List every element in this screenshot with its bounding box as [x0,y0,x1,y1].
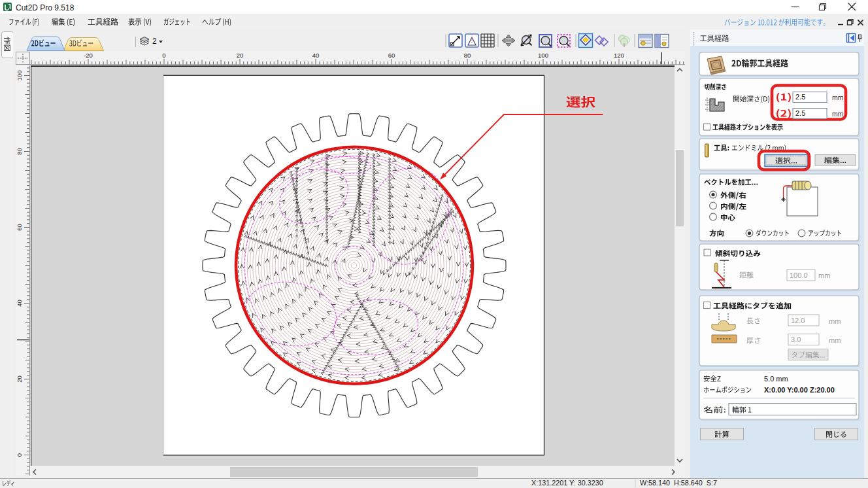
svg-text:60: 60 [388,52,395,59]
svg-text:20: 20 [237,52,244,59]
svg-text:X:0.00 Y:0.00 Z:20.00: X:0.00 Y:0.00 Z:20.00 [764,386,835,394]
svg-text:5.0 mm: 5.0 mm [764,375,788,383]
svg-text:2.5: 2.5 [795,93,805,101]
svg-text:100.0: 100.0 [790,271,808,279]
svg-text:40: 40 [16,300,23,307]
svg-text:X:131.2201 Y: 30.3230: X:131.2201 Y: 30.3230 [531,479,603,487]
svg-text:2: 2 [152,37,157,46]
svg-text:Cut2D Pro 9.518: Cut2D Pro 9.518 [16,3,75,12]
svg-text:20: 20 [16,375,23,383]
svg-text:40: 40 [312,52,320,59]
svg-text:60: 60 [16,224,23,231]
svg-text:-20: -20 [84,52,93,59]
svg-text:mm: mm [818,271,830,279]
svg-text:12.0: 12.0 [791,317,805,324]
svg-text:mm: mm [829,336,841,344]
svg-text:100: 100 [538,52,548,59]
svg-text:W:58.140 H:58.640 S:7: W:58.140 H:58.640 S:7 [640,479,717,487]
svg-text:mm: mm [832,94,844,101]
svg-text:2.5: 2.5 [795,109,805,117]
svg-text:100: 100 [16,71,23,81]
svg-text:3.0: 3.0 [791,336,801,343]
svg-text:mm: mm [832,110,844,118]
svg-text:0: 0 [16,453,23,457]
svg-text:mm: mm [829,317,841,325]
svg-text:120: 120 [614,52,624,59]
svg-text:80: 80 [16,148,23,155]
svg-text:0: 0 [162,52,165,59]
svg-text:80: 80 [464,52,471,59]
